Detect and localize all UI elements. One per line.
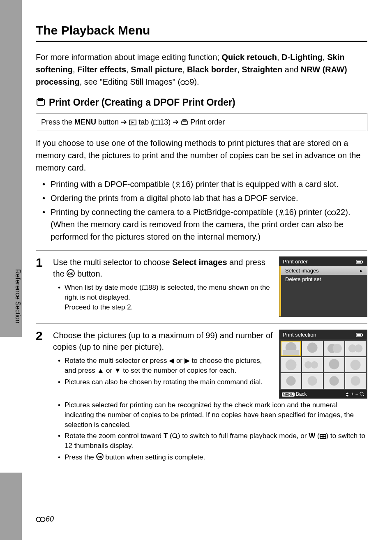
rule-top [36, 20, 367, 20]
ok-button-icon: OK [96, 453, 104, 460]
thumbnail [324, 341, 344, 356]
white-tab [0, 337, 22, 473]
thumbnail [281, 373, 301, 389]
menu-badge: MENU [282, 392, 295, 397]
thumbnail [302, 357, 323, 373]
svg-rect-47 [322, 437, 323, 438]
svg-rect-16 [357, 261, 361, 263]
svg-rect-44 [322, 435, 323, 436]
page-title: The Playback Menu [36, 23, 367, 37]
list-item: Rotate the zoom control toward T () to s… [60, 431, 367, 451]
svg-point-35 [350, 376, 360, 386]
list-item: Rotate the multi selector or press ◀ or … [60, 356, 273, 376]
svg-text:OK: OK [68, 272, 74, 276]
svg-rect-15 [362, 261, 363, 263]
step-number: 1 [36, 256, 47, 317]
battery-icon [356, 260, 364, 264]
svg-rect-46 [321, 437, 322, 438]
glossary-icon [278, 209, 285, 216]
svg-rect-43 [321, 435, 322, 436]
list-item: Ordering the prints from a digital photo… [46, 192, 367, 204]
magnify-icon [172, 433, 178, 439]
thumbnail [324, 357, 344, 373]
section-heading: Print Order (Creating a DPOF Print Order… [36, 97, 367, 108]
intro-paragraph: For more information about image editing… [36, 51, 367, 88]
battery-icon [356, 333, 364, 337]
book-icon [142, 285, 148, 291]
svg-point-40 [173, 434, 177, 438]
print-order-small-icon [181, 120, 188, 125]
thumbnail [302, 373, 323, 389]
thumbnail [345, 357, 366, 373]
left-rail: Reference Section [0, 0, 22, 540]
camera-screen-print-selection: Print selection [279, 330, 367, 399]
svg-point-34 [329, 376, 339, 386]
list-item: Printing by connecting the camera to a P… [46, 206, 367, 243]
link-icon [180, 80, 189, 85]
list-item: Pictures selected for printing can be re… [60, 400, 367, 429]
down-arrow-icon: ▼ [114, 367, 121, 374]
svg-marker-5 [131, 121, 134, 124]
right-arrow-icon: ▶ [184, 357, 190, 365]
svg-point-9 [280, 210, 283, 212]
footer-icons: + − [345, 391, 364, 397]
menu-button-label: MENU [74, 118, 96, 126]
thumbnail [281, 357, 301, 373]
svg-point-8 [177, 182, 179, 185]
svg-point-22 [307, 343, 318, 353]
svg-rect-21 [283, 350, 299, 355]
ok-button-icon: OK [67, 269, 75, 277]
sidebar-label: Reference Section [14, 269, 21, 323]
svg-point-33 [308, 376, 317, 386]
list-item: Pictures can also be chosen by rotating … [60, 377, 273, 387]
svg-marker-36 [346, 392, 349, 394]
svg-rect-19 [357, 334, 361, 336]
camera-screen-header: Print order [279, 257, 367, 266]
thumbnail-grid-icon [320, 434, 326, 439]
svg-point-30 [329, 359, 339, 369]
step-1-title: Use the multi selector to choose Select … [53, 256, 273, 279]
link-icon [327, 210, 336, 216]
svg-point-31 [350, 360, 360, 370]
step-2-title: Choose the pictures (up to a maximum of … [53, 330, 273, 353]
thumbnail [345, 373, 366, 389]
step-1-notes: When list by date mode (88) is selected,… [53, 283, 273, 312]
left-arrow-icon: ◀ [169, 357, 174, 365]
svg-line-39 [363, 395, 364, 396]
svg-rect-48 [324, 437, 325, 438]
svg-text:OK: OK [97, 455, 102, 459]
up-arrow-icon: ▲ [97, 367, 104, 374]
svg-marker-37 [346, 395, 349, 397]
thumbnail [281, 341, 301, 356]
glossary-icon [175, 181, 181, 188]
step-number: 2 [36, 330, 47, 464]
camera-screen-print-order: Print order Select images▸ Delete print … [279, 256, 367, 317]
svg-point-27 [286, 359, 297, 370]
svg-point-11 [332, 211, 336, 215]
thumbnail [302, 341, 323, 356]
svg-rect-7 [183, 120, 186, 121]
svg-point-29 [311, 361, 318, 369]
page-content: The Playback Menu For more information a… [22, 0, 392, 540]
list-item: Press the OK button when setting is comp… [60, 452, 367, 462]
svg-point-1 [185, 81, 189, 85]
navigation-path-box: Press the MENU button ➔ tab (13) ➔ Print… [36, 113, 367, 131]
camera-screen-header: Print selection [279, 330, 367, 339]
link-icon [36, 517, 46, 522]
camera-screen-footer: MENU Back + − [279, 390, 367, 398]
svg-rect-42 [320, 434, 326, 439]
book-icon [153, 120, 160, 125]
svg-rect-45 [324, 435, 325, 436]
chevron-right-icon: ▸ [360, 268, 363, 274]
camera-menu-item: Delete print set [281, 275, 367, 284]
updown-icon [345, 392, 350, 397]
methods-list: Printing with a DPOF-compatible (16) pri… [36, 178, 367, 243]
step-2-block: 2 Choose the pictures (up to a maximum o… [36, 323, 367, 464]
step-2-notes: Rotate the multi selector or press ◀ or … [53, 356, 273, 387]
zoom-icon [360, 392, 364, 397]
rule-under-title [36, 41, 367, 42]
svg-point-10 [327, 211, 332, 215]
playback-tab-icon [129, 120, 136, 125]
page-number: 60 [36, 515, 54, 524]
svg-rect-18 [362, 334, 363, 336]
